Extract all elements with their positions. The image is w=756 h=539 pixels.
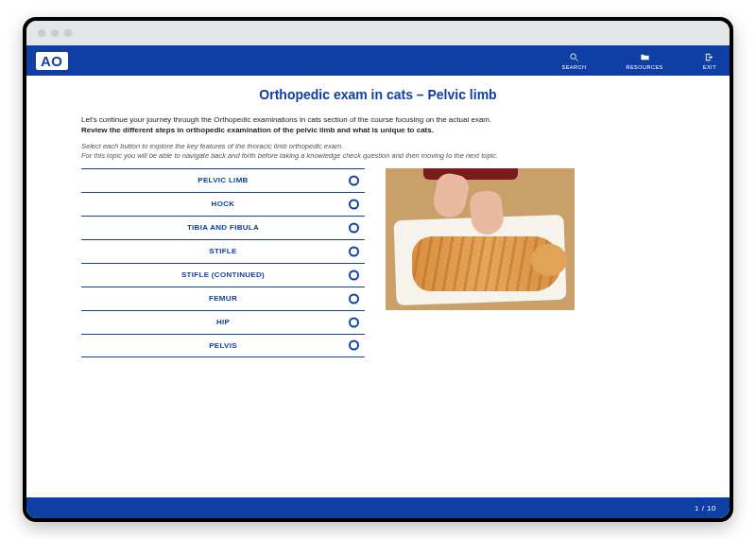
radio-icon (349, 340, 359, 351)
resources-button[interactable]: RESOURCES (626, 52, 662, 70)
page-title: Orthopedic exam in cats – Pelvic limb (81, 87, 675, 102)
topic-item-hock[interactable]: HOCK (81, 192, 365, 216)
device-inner: AO SEARCH RESOURCES (26, 21, 730, 518)
topic-item-pelvis[interactable]: PELVIS (81, 334, 365, 357)
logo: AO (36, 52, 68, 70)
topic-item-pelvic-limb[interactable]: PELVIC LIMB (81, 168, 365, 192)
intro-bold: Review the different steps in orthopedic… (81, 126, 434, 134)
search-icon (569, 52, 579, 63)
folder-icon (640, 52, 650, 63)
resources-label: RESOURCES (626, 64, 662, 70)
topic-item-hip[interactable]: HIP (81, 310, 365, 334)
body-row: PELVIC LIMB HOCK TIBIA AND FIBULA S (81, 168, 675, 357)
window-dot (51, 29, 59, 37)
image-sleeve (423, 168, 518, 180)
exit-label: EXIT (703, 64, 716, 70)
intro-text: Let's continue your journey through the … (81, 115, 675, 136)
topic-label: PELVIC LIMB (198, 176, 248, 184)
search-label: SEARCH (562, 64, 587, 70)
device-frame: AO SEARCH RESOURCES (23, 17, 733, 522)
window-dot (64, 29, 72, 37)
radio-icon (349, 293, 359, 304)
topic-label: STIFLE (CONTINUED) (181, 270, 265, 279)
topic-label: PELVIS (209, 341, 237, 350)
image-column (386, 168, 575, 310)
page-indicator: 1 / 10 (695, 504, 716, 513)
topic-label: HOCK (212, 200, 235, 208)
topic-label: STIFLE (209, 247, 236, 255)
exit-button[interactable]: EXIT (703, 52, 716, 70)
topic-label: FEMUR (209, 294, 237, 303)
instructions: Select each button to explore the key fe… (81, 142, 675, 161)
svg-line-1 (576, 58, 578, 61)
search-button[interactable]: SEARCH (562, 52, 587, 70)
instruction-line2: For this topic you will be able to navig… (81, 151, 498, 160)
footer: 1 / 10 (26, 497, 730, 518)
browser-chrome (26, 21, 730, 45)
topic-image (386, 168, 575, 310)
window-dot (38, 29, 45, 37)
topbar: AO SEARCH RESOURCES (26, 45, 730, 76)
svg-point-0 (571, 53, 576, 59)
radio-icon (349, 199, 359, 209)
topic-item-stifle[interactable]: STIFLE (81, 239, 365, 263)
radio-icon (349, 175, 359, 185)
radio-icon (349, 317, 359, 327)
app: AO SEARCH RESOURCES (26, 45, 730, 518)
topic-item-femur[interactable]: FEMUR (81, 287, 365, 310)
top-actions: SEARCH RESOURCES EXIT (562, 52, 721, 70)
radio-icon (349, 222, 359, 233)
content: Orthopedic exam in cats – Pelvic limb Le… (26, 76, 730, 497)
image-cat-head (531, 244, 567, 276)
topic-item-stifle-continued[interactable]: STIFLE (CONTINUED) (81, 263, 365, 287)
intro-line1: Let's continue your journey through the … (81, 115, 491, 124)
instruction-line1: Select each button to explore the key fe… (81, 142, 343, 150)
topic-list: PELVIC LIMB HOCK TIBIA AND FIBULA S (81, 168, 365, 357)
topic-item-tibia-fibula[interactable]: TIBIA AND FIBULA (81, 216, 365, 239)
exit-icon (704, 52, 714, 63)
topic-label: TIBIA AND FIBULA (187, 223, 259, 232)
radio-icon (349, 270, 359, 280)
topic-label: HIP (216, 318, 230, 326)
radio-icon (349, 246, 359, 256)
